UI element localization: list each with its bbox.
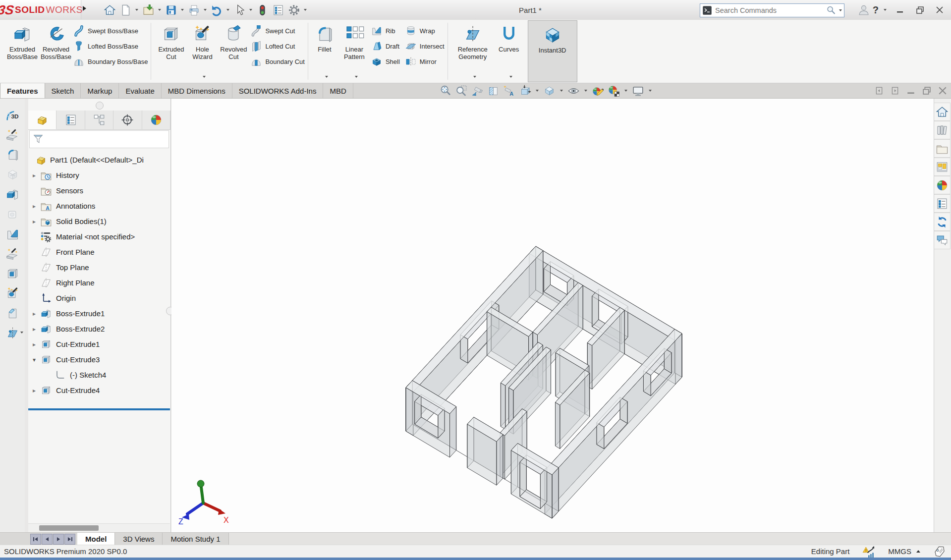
print-dropdown[interactable] [204,9,207,11]
undo-dropdown[interactable] [226,9,229,11]
select-button[interactable] [231,2,247,18]
open-dropdown[interactable] [158,9,161,11]
tree-item-sensors[interactable]: Sensors [28,183,170,198]
expand-arrow-icon[interactable]: ▸ [28,310,40,317]
options-dropdown[interactable] [304,9,307,11]
swept-boss-base-button[interactable]: Swept Boss/Base [73,25,148,37]
help-dropdown[interactable] [884,9,887,11]
extruded-cut-button[interactable]: Extruded Cut [154,21,188,80]
tab-features[interactable]: Features [0,83,45,98]
dynamic-annotation-views-button[interactable] [502,84,516,98]
curves-button[interactable]: Curves [495,21,523,80]
boundary-cut-button[interactable]: Boundary Cut [250,56,305,67]
tree-item-sketch4[interactable]: (-) Sketch4 [28,367,170,383]
hole-wizard-shortcut-button[interactable] [4,286,21,301]
hole-wizard-button[interactable]: Hole Wizard [188,21,217,80]
undo-button[interactable] [209,2,224,18]
tree-item-annotations[interactable]: ▸Annotations [28,198,170,214]
zoom-to-fit-button[interactable] [439,84,453,98]
restore-button[interactable] [911,2,928,17]
extruded-boss-shortcut-button[interactable] [4,187,21,202]
expand-arrow-icon[interactable]: ▸ [28,172,40,179]
lofted-cut-button[interactable]: Lofted Cut [250,40,305,52]
smart-feature-button[interactable] [4,127,21,143]
expand-arrow-icon[interactable]: ▸ [28,218,40,225]
tree-item-front-plane[interactable]: Front Plane [28,244,170,260]
graphics-viewport[interactable]: X Z [171,99,934,533]
reference-geometry-shortcut-button[interactable] [4,326,21,341]
file-properties-button[interactable] [270,2,286,18]
tab-model[interactable]: Model [77,533,115,545]
options-button[interactable] [286,2,302,18]
tree-item-solid-bodies[interactable]: ▸Solid Bodies(1) [28,214,170,229]
rollback-bar[interactable] [28,408,170,410]
curves-dropdown[interactable] [509,76,512,78]
apply-scene-dropdown[interactable] [624,90,627,92]
apply-scene-button[interactable] [607,84,621,98]
fillet-shortcut-button[interactable] [4,147,21,163]
close-button[interactable] [931,2,948,17]
user-account-icon[interactable] [858,4,870,16]
disabled-feature-button[interactable] [4,167,21,182]
unit-system-selector[interactable]: MMGS [888,547,920,556]
tree-item-cut-extrude4[interactable]: ▸Cut-Extrude4 [28,383,170,398]
collapse-pane-left-icon[interactable] [875,86,884,95]
expand-arrow-icon[interactable]: ▸ [28,387,40,394]
tree-filter-field[interactable] [29,130,169,148]
display-style-button[interactable] [566,84,581,98]
menu-expand-arrow-icon[interactable] [83,6,89,11]
tab-mbd[interactable]: MBD [323,83,353,98]
swept-cut-button[interactable]: Swept Cut [250,25,305,37]
reference-geometry-button[interactable]: Reference Geometry [451,21,495,80]
next-tab-button[interactable] [53,534,64,545]
view-settings-button[interactable] [631,84,645,98]
solidworks-forum-button[interactable] [934,213,951,231]
tab-sketch[interactable]: Sketch [45,83,81,98]
performance-feedback-icon[interactable] [862,545,875,558]
viewport-canvas-3d-model[interactable] [171,99,934,533]
draft-button[interactable]: Draft [371,40,400,52]
tree-item-cut-extrude3[interactable]: ▾Cut-Extrude3 [28,352,170,367]
rebuild-button[interactable] [254,2,270,18]
search-scope-icon[interactable] [702,5,712,15]
custom-properties-button[interactable] [934,194,951,213]
fillet-dropdown[interactable] [325,76,328,78]
view-settings-dropdown[interactable] [649,90,652,92]
search-dropdown[interactable] [839,9,842,11]
revolved-boss-base-button[interactable]: Revolved Boss/Base [39,21,73,80]
new-document-button[interactable] [117,2,133,18]
edit-appearance-button[interactable] [591,84,605,98]
search-input[interactable] [714,6,826,15]
new-document-dropdown[interactable] [135,9,138,11]
doc-restore-icon[interactable] [922,86,931,95]
view-orientation-button[interactable] [542,84,557,98]
hide-show-items-button[interactable] [518,84,532,98]
tab-markup[interactable]: Markup [81,83,119,98]
hide-show-items-dropdown[interactable] [536,90,539,92]
linear-pattern-dropdown[interactable] [355,76,358,78]
expand-arrow-icon[interactable]: ▸ [28,203,40,210]
extruded-cut-shortcut-button[interactable] [4,266,21,281]
save-button[interactable] [163,2,179,18]
tree-root-part[interactable]: Part1 (Default<<Default>_Di [28,152,170,168]
fillet-button[interactable]: Fillet [311,21,338,80]
chamfer-shortcut-button[interactable] [4,306,21,321]
scrollbar-thumb[interactable] [39,525,99,531]
instant3d-button[interactable]: Instant3D [531,22,574,81]
tab-solidworks-addins[interactable]: SOLIDWORKS Add-Ins [232,83,324,98]
intersect-button[interactable]: Intersect [405,40,445,52]
tree-item-top-plane[interactable]: Top Plane [28,260,170,275]
panel-splitter-handle-top[interactable] [96,102,104,110]
dimxpertmanager-tab[interactable] [113,111,142,129]
zoom-to-area-button[interactable] [454,84,469,98]
file-explorer-button[interactable] [934,139,951,158]
displaymanager-tab[interactable] [142,111,170,129]
collapse-arrow-icon[interactable]: ▾ [28,356,40,363]
linear-pattern-button[interactable]: Linear Pattern [338,21,371,80]
tab-mbd-dimensions[interactable]: MBD Dimensions [162,83,232,98]
tree-item-history[interactable]: ▸History [28,168,170,183]
print-button[interactable] [186,2,202,18]
disabled-cube-button[interactable] [4,207,21,222]
rib-button[interactable]: Rib [371,25,400,37]
extruded-boss-base-button[interactable]: Extruded Boss/Base [5,21,39,80]
